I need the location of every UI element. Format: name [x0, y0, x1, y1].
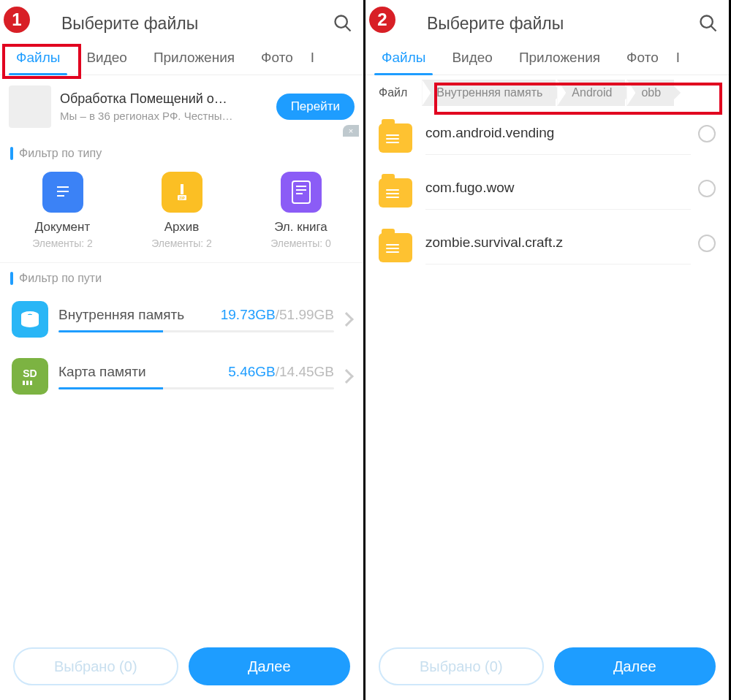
storage-name: Внутренняя память — [58, 307, 221, 323]
svg-rect-10 — [296, 186, 306, 187]
svg-rect-9 — [292, 181, 310, 203]
svg-text:ZIP: ZIP — [179, 196, 185, 200]
type-label: Архив — [127, 220, 237, 235]
storage-body: Внутренняя память 19.73GB /51.99GB — [58, 307, 334, 332]
ad-thumbnail — [9, 85, 51, 128]
folder-row[interactable]: com.android.vending — [366, 110, 729, 165]
filter-type-label: Фильтр по типу — [0, 138, 363, 166]
disk-icon — [12, 301, 48, 338]
next-button[interactable]: Далее — [189, 647, 351, 685]
tab-photo[interactable]: Фото — [613, 42, 672, 75]
type-label: Документ — [8, 220, 118, 235]
chevron-right-icon — [339, 369, 354, 384]
svg-point-16 — [21, 320, 39, 327]
ad-cta-button[interactable]: Перейти — [276, 94, 355, 120]
crumb-obb[interactable]: obb — [626, 80, 674, 106]
type-filter-grid: Документ Элементы: 2 ZIP Архив Элементы:… — [0, 166, 363, 263]
page-title: Выберите файлы — [61, 14, 333, 34]
crumb-internal[interactable]: Внутренняя память — [422, 80, 556, 106]
chevron-right-icon — [339, 312, 354, 327]
pane-left: 1 Выберите файлы Файлы Видео Приложения … — [0, 0, 366, 700]
tab-files[interactable]: Файлы — [3, 42, 73, 75]
folder-icon — [379, 178, 412, 208]
tab-video[interactable]: Видео — [439, 42, 506, 75]
storage-used: 19.73GB — [221, 307, 276, 323]
crumb-file[interactable]: Файл — [370, 80, 420, 106]
crumb-android[interactable]: Android — [557, 80, 625, 106]
bottom-bar: Выбрано (0) Далее — [366, 636, 729, 700]
ad-close-icon[interactable]: × — [343, 125, 359, 137]
svg-rect-4 — [57, 191, 69, 192]
type-count: Элементы: 2 — [127, 237, 237, 249]
svg-point-0 — [336, 16, 347, 28]
folder-name: com.fugo.wow — [425, 175, 691, 210]
tab-files[interactable]: Файлы — [368, 42, 439, 75]
step-badge-1: 1 — [1, 4, 32, 35]
ad-text: Обработка Помещений о… Мы – в 36 региона… — [60, 91, 270, 122]
ad-subtitle: Мы – в 36 регионах РФ. Честны… — [60, 110, 270, 122]
tabs: Файлы Видео Приложения Фото I — [0, 42, 363, 75]
type-archive[interactable]: ZIP Архив Элементы: 2 — [127, 172, 237, 249]
svg-point-17 — [701, 16, 713, 28]
svg-rect-3 — [57, 186, 69, 188]
select-radio[interactable] — [698, 235, 716, 252]
svg-rect-5 — [57, 195, 64, 197]
header: Выберите файлы — [366, 0, 729, 42]
tab-photo[interactable]: Фото — [248, 42, 306, 75]
folder-icon — [379, 123, 412, 153]
search-icon[interactable] — [333, 13, 353, 34]
storage-bar — [58, 387, 334, 389]
type-count: Элементы: 0 — [246, 237, 356, 249]
folder-row[interactable]: zombie.survival.craft.z — [366, 220, 729, 275]
tabs: Файлы Видео Приложения Фото I — [366, 42, 729, 75]
folder-name: zombie.survival.craft.z — [425, 230, 691, 265]
search-icon[interactable] — [698, 13, 719, 34]
breadcrumb: Файл Внутренняя память Android obb — [366, 75, 729, 110]
archive-icon: ZIP — [162, 172, 202, 213]
type-document[interactable]: Документ Элементы: 2 — [8, 172, 118, 249]
tab-video[interactable]: Видео — [73, 42, 140, 75]
svg-rect-6 — [181, 184, 183, 194]
folder-row[interactable]: com.fugo.wow — [366, 165, 729, 220]
type-label: Эл. книга — [246, 220, 356, 235]
ebook-icon — [281, 172, 322, 213]
filter-path-label: Фильтр по пути — [0, 263, 363, 291]
page-title: Выберите файлы — [427, 14, 698, 34]
step-badge-2: 2 — [367, 4, 398, 35]
tab-more[interactable]: I — [672, 42, 680, 75]
sd-icon: SD — [12, 358, 48, 395]
selected-count-button[interactable]: Выбрано (0) — [13, 647, 178, 685]
selected-count-button[interactable]: Выбрано (0) — [379, 647, 544, 685]
storage-bar — [58, 330, 334, 332]
storage-total: /14.45GB — [276, 364, 334, 380]
ad-title: Обработка Помещений о… — [60, 91, 270, 107]
document-icon — [42, 172, 83, 213]
bottom-bar: Выбрано (0) Далее — [0, 636, 363, 700]
type-count: Элементы: 2 — [8, 237, 118, 249]
storage-total: /51.99GB — [276, 307, 334, 323]
select-radio[interactable] — [698, 125, 716, 142]
svg-line-1 — [346, 26, 351, 31]
tab-apps[interactable]: Приложения — [140, 42, 248, 75]
svg-rect-11 — [296, 189, 306, 191]
tab-apps[interactable]: Приложения — [506, 42, 613, 75]
select-radio[interactable] — [698, 180, 716, 197]
svg-rect-12 — [296, 193, 303, 194]
storage-body: Карта памяти 5.46GB /14.45GB — [58, 364, 334, 389]
ad-banner[interactable]: Обработка Помещений о… Мы – в 36 региона… — [0, 75, 363, 138]
pane-right: 2 Выберите файлы Файлы Видео Приложения … — [366, 0, 731, 700]
storage-used: 5.46GB — [228, 364, 275, 380]
svg-line-18 — [711, 26, 716, 31]
type-ebook[interactable]: Эл. книга Элементы: 0 — [246, 172, 356, 249]
folder-name: com.android.vending — [425, 121, 691, 155]
folder-icon — [379, 233, 412, 262]
storage-name: Карта памяти — [58, 364, 228, 380]
header: Выберите файлы — [0, 0, 363, 42]
storage-sdcard[interactable]: SD Карта памяти 5.46GB /14.45GB — [0, 348, 363, 405]
storage-internal[interactable]: Внутренняя память 19.73GB /51.99GB — [0, 291, 363, 348]
tab-more[interactable]: I — [306, 42, 314, 75]
next-button[interactable]: Далее — [554, 647, 716, 685]
